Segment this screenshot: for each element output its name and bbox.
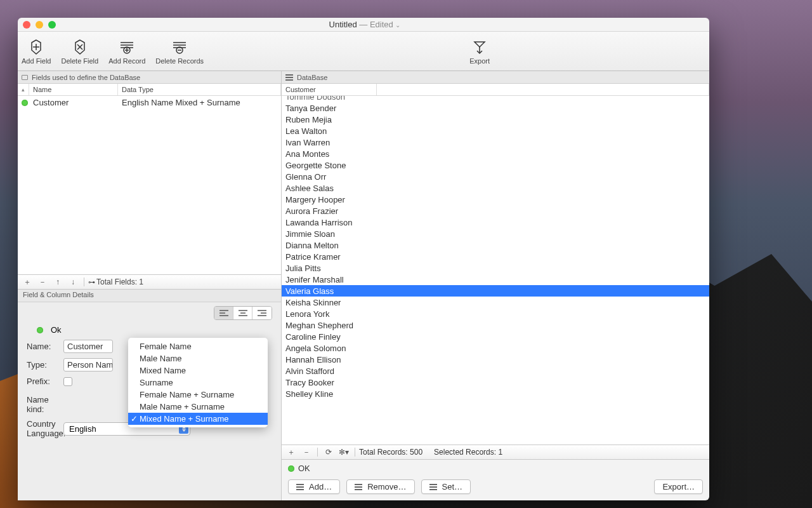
selected-records-label: Selected Records: 1 <box>434 448 502 457</box>
status-dot-icon <box>288 465 294 472</box>
delete-field-icon <box>70 38 89 56</box>
status-dot-icon <box>37 327 43 333</box>
list-item[interactable]: Keisha Skinner <box>282 297 709 308</box>
list-item[interactable]: Glenna Orr <box>282 171 709 182</box>
db-col-header[interactable]: Customer <box>282 84 377 95</box>
minimize-icon[interactable] <box>36 21 43 29</box>
list-item[interactable]: Valeria Glass <box>282 285 709 297</box>
type-field[interactable]: Person Nam <box>63 358 113 371</box>
alignment-segmented <box>214 306 272 320</box>
add-record-button[interactable]: Add Record <box>108 38 145 65</box>
database-pane-title: DataBase <box>297 74 327 81</box>
move-up-button[interactable]: ↑ <box>51 276 65 288</box>
align-right-button[interactable] <box>252 307 272 319</box>
menu-item[interactable]: Male Name + Surname <box>128 401 268 413</box>
list-item[interactable]: Lea Walton <box>282 125 709 137</box>
close-icon[interactable] <box>23 21 30 29</box>
ok-label: Ok <box>51 325 62 335</box>
menu-item[interactable]: Mixed Name <box>128 364 268 377</box>
menu-item[interactable]: Female Name <box>128 340 268 352</box>
list-item[interactable]: Jenifer Marshall <box>282 274 709 285</box>
remove-button[interactable]: Remove… <box>346 479 414 494</box>
remove-record-button[interactable]: － <box>299 446 313 458</box>
menu-item[interactable]: Female Name + Surname <box>128 389 268 401</box>
titlebar: Untitled — Edited ⌄ <box>18 18 709 32</box>
prefix-label: Prefix: <box>27 377 58 386</box>
delete-records-icon <box>170 38 189 56</box>
list-item[interactable]: Tommie Dodson <box>282 96 709 102</box>
export-button[interactable]: Export… <box>654 479 703 494</box>
set-button[interactable]: Set… <box>421 479 471 494</box>
list-item[interactable]: Georgette Stone <box>282 159 709 171</box>
total-records-label: Total Records: 500 <box>359 448 422 457</box>
name-field[interactable] <box>63 340 113 353</box>
menu-item[interactable]: Mixed Name + Surname <box>128 413 268 425</box>
list-item[interactable]: Dianna Melton <box>282 239 709 251</box>
list-icon <box>285 74 293 81</box>
list-item[interactable]: Ashlee Salas <box>282 182 709 194</box>
align-center-button[interactable] <box>233 307 252 319</box>
fields-toolbar: ＋ － ↑ ↓ ⊶ Total Fields: 1 <box>18 274 281 290</box>
list-item[interactable]: Patrice Kramer <box>282 251 709 262</box>
add-field-button[interactable]: Add Field <box>22 38 51 65</box>
name-label: Name: <box>27 342 58 351</box>
list-item[interactable]: Tanya Bender <box>282 102 709 114</box>
list-item[interactable]: Jimmie Sloan <box>282 228 709 239</box>
zoom-icon[interactable] <box>48 21 56 29</box>
add-field-icon <box>27 38 46 56</box>
list-item[interactable]: Tracy Booker <box>282 377 709 388</box>
list-item[interactable]: Shelley Kline <box>282 388 709 399</box>
fields-pane: Fields used to define the DataBase Name … <box>18 71 282 500</box>
database-list[interactable]: Tommie DodsonTanya BenderRuben MejiaLea … <box>282 96 709 444</box>
list-item[interactable]: Ivan Warren <box>282 137 709 148</box>
export-icon <box>470 38 489 56</box>
list-item[interactable]: Lawanda Harrison <box>282 217 709 228</box>
list-item[interactable]: Caroline Finley <box>282 331 709 342</box>
field-type: English Name Mixed + Surname <box>122 98 240 107</box>
field-details: Ok Name: Type: Person Nam Prefix: Name k… <box>18 302 281 500</box>
database-pane: DataBase Customer Tommie DodsonTanya Ben… <box>282 71 709 500</box>
app-window: Untitled — Edited ⌄ Add Field Delete Fie… <box>18 18 709 500</box>
window-title: Untitled — Edited ⌄ <box>56 20 674 29</box>
database-buttons: Add… Remove… Set… Export… <box>282 477 709 500</box>
field-row[interactable]: Customer English Name Mixed + Surname <box>18 96 281 109</box>
list-item[interactable]: Lenora York <box>282 308 709 319</box>
details-header: Field & Column Details <box>18 290 281 302</box>
list-item[interactable]: Ruben Mejia <box>282 114 709 125</box>
add-button[interactable]: Add… <box>288 479 340 494</box>
columns-icon <box>22 75 28 80</box>
key-icon: ⊶ <box>88 278 95 286</box>
delete-records-button[interactable]: Delete Records <box>155 38 204 65</box>
list-item[interactable]: Meghan Shepherd <box>282 319 709 331</box>
lang-label: Country Language: <box>27 419 58 438</box>
chevron-down-icon[interactable]: ⌄ <box>395 22 400 29</box>
remove-button[interactable]: － <box>36 276 49 288</box>
add-record-button[interactable]: ＋ <box>284 446 298 458</box>
database-toolbar: ＋ － ⟳ ✻▾ Total Records: 500 Selected Rec… <box>282 444 709 460</box>
refresh-button[interactable]: ⟳ <box>322 446 336 458</box>
list-item[interactable]: Angela Solomon <box>282 342 709 354</box>
ok-label: OK <box>298 464 310 473</box>
name-kind-menu: Female NameMale NameMixed NameSurnameFem… <box>128 338 268 427</box>
fields-pane-title: Fields used to define the DataBase <box>32 74 140 81</box>
col-datatype-header[interactable]: Data Type <box>118 84 281 95</box>
list-item[interactable]: Ana Montes <box>282 148 709 159</box>
list-item[interactable]: Hannah Ellison <box>282 354 709 365</box>
fields-table-header: Name Data Type <box>18 84 281 96</box>
align-left-button[interactable] <box>214 307 233 319</box>
field-name: Customer <box>33 98 122 107</box>
prefix-checkbox[interactable] <box>63 377 72 386</box>
menu-item[interactable]: Surname <box>128 377 268 389</box>
delete-field-button[interactable]: Delete Field <box>61 38 98 65</box>
list-item[interactable]: Alvin Stafford <box>282 365 709 377</box>
menu-item[interactable]: Male Name <box>128 352 268 364</box>
col-name-header[interactable]: Name <box>29 84 118 95</box>
list-item[interactable]: Margery Hooper <box>282 194 709 205</box>
export-button[interactable]: Export <box>469 38 490 65</box>
add-button[interactable]: ＋ <box>20 276 34 288</box>
list-item[interactable]: Aurora Frazier <box>282 205 709 217</box>
add-record-icon <box>117 38 136 56</box>
gear-button[interactable]: ✻▾ <box>337 446 351 458</box>
list-item[interactable]: Julia Pitts <box>282 262 709 274</box>
move-down-button[interactable]: ↓ <box>66 276 80 288</box>
